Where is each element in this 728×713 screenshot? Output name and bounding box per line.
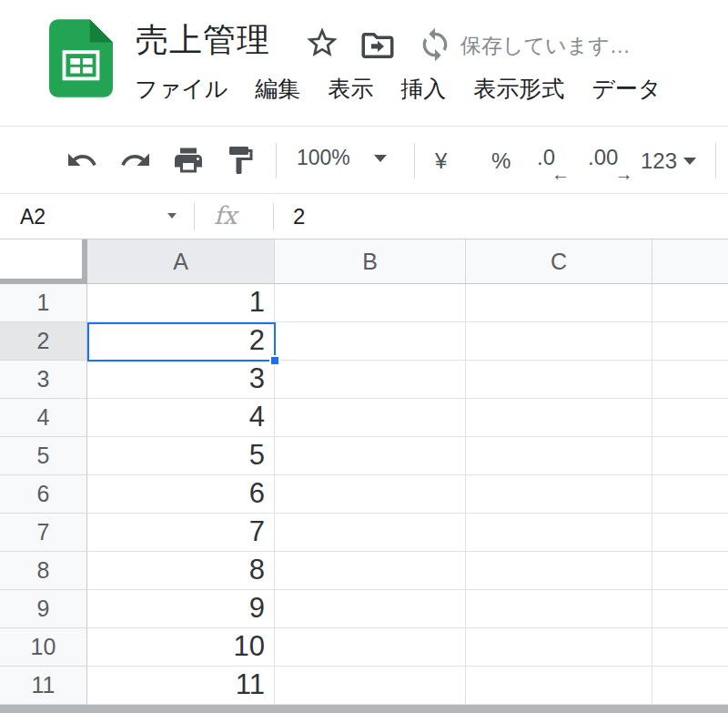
cell-B8[interactable] <box>275 552 466 590</box>
row-header-5[interactable]: 5 <box>0 437 87 475</box>
cell-A2[interactable]: 2 <box>87 322 275 361</box>
row-header-7[interactable]: 7 <box>0 514 87 552</box>
spreadsheet-grid: A B C 11223344556677889910101111 <box>0 239 728 705</box>
cell-C3[interactable] <box>466 361 652 399</box>
menu-edit[interactable]: 編集 <box>255 74 300 104</box>
cell-B5[interactable] <box>275 437 466 475</box>
more-formats-button[interactable]: 123 <box>641 148 696 174</box>
sync-icon <box>417 26 453 66</box>
toolbar-divider <box>414 143 415 178</box>
fill-handle[interactable] <box>269 355 280 366</box>
cell-B2[interactable] <box>275 322 466 361</box>
topbar: 売上管理 保存しています… ファイル 編集 表示 挿入 表示形式 データ <box>0 0 728 126</box>
cell-A1[interactable]: 1 <box>87 284 275 322</box>
cell-B4[interactable] <box>275 399 466 437</box>
cell-D7[interactable] <box>652 514 728 552</box>
formula-bar-divider <box>273 203 274 230</box>
cell-D10[interactable] <box>652 628 728 667</box>
document-title[interactable]: 売上管理 <box>136 18 270 63</box>
cell-C5[interactable] <box>466 437 652 475</box>
cell-A10[interactable]: 10 <box>87 628 275 667</box>
row-header-8[interactable]: 8 <box>0 552 87 590</box>
column-header-partial[interactable] <box>652 239 728 284</box>
cell-A3[interactable]: 3 <box>87 361 275 399</box>
cell-B10[interactable] <box>275 628 466 667</box>
formula-input[interactable]: 2 <box>293 204 719 229</box>
row-header-11[interactable]: 11 <box>0 667 87 705</box>
cell-A5[interactable]: 5 <box>87 437 275 475</box>
menu-file[interactable]: ファイル <box>135 74 228 104</box>
zoom-value: 100% <box>297 146 350 170</box>
cell-C11[interactable] <box>466 667 652 705</box>
cell-B3[interactable] <box>275 361 466 399</box>
row-header-1[interactable]: 1 <box>0 284 87 322</box>
cell-C7[interactable] <box>466 514 652 552</box>
grid-row-1: 11 <box>0 284 728 322</box>
grid-row-9: 99 <box>0 590 728 628</box>
cell-B1[interactable] <box>275 284 466 322</box>
cell-B11[interactable] <box>275 667 466 705</box>
column-header-c[interactable]: C <box>466 239 652 284</box>
bottom-edge <box>0 705 728 713</box>
cell-D9[interactable] <box>652 590 728 628</box>
cell-D2[interactable] <box>652 322 728 361</box>
grid-row-8: 88 <box>0 552 728 590</box>
increase-decimal-button[interactable]: .00 → <box>588 145 618 170</box>
cell-B9[interactable] <box>275 590 466 628</box>
cell-A4[interactable]: 4 <box>87 399 275 437</box>
menu-insert[interactable]: 挿入 <box>400 74 446 104</box>
cell-A7[interactable]: 7 <box>87 514 275 552</box>
column-header-b[interactable]: B <box>275 239 466 284</box>
cell-C4[interactable] <box>466 399 652 437</box>
cell-C9[interactable] <box>466 590 652 628</box>
cell-D4[interactable] <box>652 399 728 437</box>
cell-A11[interactable]: 11 <box>87 667 275 705</box>
row-header-10[interactable]: 10 <box>0 628 87 667</box>
grid-row-11: 1111 <box>0 667 728 705</box>
cell-C6[interactable] <box>466 475 652 514</box>
name-box[interactable]: A2 <box>0 194 194 239</box>
grid-rows: 11223344556677889910101111 <box>0 284 728 705</box>
toolbar-divider <box>715 143 716 178</box>
cell-C8[interactable] <box>466 552 652 590</box>
print-icon[interactable] <box>172 144 205 177</box>
move-to-folder-icon[interactable] <box>359 26 397 67</box>
menu-data[interactable]: データ <box>592 74 661 104</box>
row-header-9[interactable]: 9 <box>0 590 87 628</box>
column-header-a[interactable]: A <box>87 239 275 284</box>
cell-D5[interactable] <box>652 437 728 475</box>
cell-D6[interactable] <box>652 475 728 514</box>
cell-A6[interactable]: 6 <box>87 475 275 514</box>
cell-D1[interactable] <box>652 284 728 322</box>
select-all-corner[interactable] <box>0 239 87 284</box>
star-icon[interactable] <box>304 25 340 64</box>
zoom-select[interactable]: 100% <box>297 146 387 170</box>
cell-C10[interactable] <box>466 628 652 667</box>
row-header-3[interactable]: 3 <box>0 361 87 399</box>
grid-row-10: 1010 <box>0 628 728 667</box>
cell-B6[interactable] <box>275 475 466 514</box>
formula-bar: A2 fx 2 <box>0 193 728 239</box>
menu-view[interactable]: 表示 <box>328 74 373 104</box>
row-header-2[interactable]: 2 <box>0 322 87 361</box>
menu-format[interactable]: 表示形式 <box>473 74 564 104</box>
grid-row-3: 33 <box>0 361 728 399</box>
grid-row-4: 44 <box>0 399 728 437</box>
sheets-logo-icon[interactable] <box>49 19 113 97</box>
cell-A9[interactable]: 9 <box>87 590 275 628</box>
row-header-4[interactable]: 4 <box>0 399 87 437</box>
cell-B7[interactable] <box>275 514 466 552</box>
decrease-decimal-button[interactable]: .0 ← <box>537 145 555 170</box>
cell-D8[interactable] <box>652 552 728 590</box>
paint-format-icon[interactable] <box>224 144 257 177</box>
cell-A8[interactable]: 8 <box>87 552 275 590</box>
redo-icon[interactable] <box>119 144 152 177</box>
format-currency-button[interactable]: ¥ <box>435 148 447 174</box>
cell-D3[interactable] <box>652 361 728 399</box>
cell-D11[interactable] <box>652 667 728 705</box>
cell-C1[interactable] <box>466 284 652 322</box>
undo-icon[interactable] <box>66 144 98 177</box>
row-header-6[interactable]: 6 <box>0 475 87 514</box>
format-percent-button[interactable]: % <box>491 148 511 174</box>
cell-C2[interactable] <box>466 322 652 361</box>
